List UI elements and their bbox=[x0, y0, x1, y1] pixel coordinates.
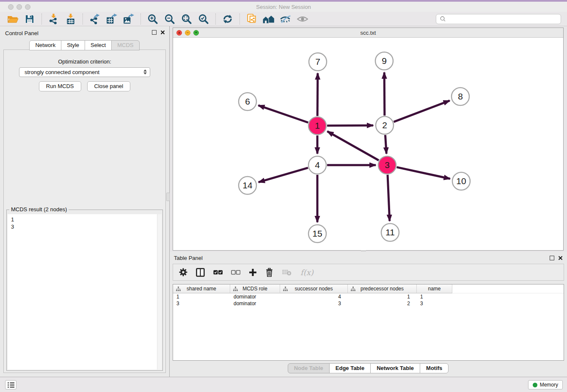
network-graph[interactable]: 7968124314101511 bbox=[173, 38, 563, 250]
tab-motifs[interactable]: Motifs bbox=[420, 363, 449, 373]
column-label: successor nodes bbox=[295, 286, 333, 292]
node-table[interactable]: shared nameMCDS rolesuccessor nodesprede… bbox=[173, 284, 564, 361]
delete-table-button[interactable] bbox=[282, 268, 292, 276]
export-image-button[interactable] bbox=[120, 13, 137, 25]
close-panel-icon[interactable] bbox=[160, 30, 165, 35]
memory-button[interactable]: Memory bbox=[528, 380, 563, 389]
select-all-button[interactable] bbox=[213, 269, 223, 275]
float-table-panel-icon[interactable] bbox=[550, 256, 554, 260]
refresh-button[interactable] bbox=[219, 13, 236, 25]
result-scrollbar[interactable] bbox=[157, 214, 162, 370]
run-mcds-button[interactable]: Run MCDS bbox=[39, 81, 81, 91]
node-label-7: 7 bbox=[315, 57, 320, 66]
node-label-1: 1 bbox=[315, 121, 320, 130]
column-header-MCDS-role[interactable]: MCDS role bbox=[230, 284, 280, 293]
tab-network-table[interactable]: Network Table bbox=[370, 363, 420, 373]
function-builder-icon: f(x) bbox=[300, 268, 314, 277]
houses-button[interactable] bbox=[260, 13, 277, 25]
close-panel-button[interactable]: Close panel bbox=[87, 81, 131, 91]
cell-successor-nodes[interactable]: 3 bbox=[280, 300, 348, 307]
houses-icon bbox=[262, 14, 275, 24]
function-builder-button[interactable]: f(x) bbox=[300, 268, 314, 277]
zoom-selected-button[interactable] bbox=[195, 13, 212, 25]
edge-2-8[interactable] bbox=[394, 101, 450, 122]
zoom-fit-icon bbox=[181, 14, 192, 25]
edge-2-9[interactable] bbox=[384, 72, 385, 116]
table-row[interactable]: 3dominator323 bbox=[173, 300, 564, 307]
edge-3-10[interactable] bbox=[396, 167, 450, 179]
tab-mcds[interactable]: MCDS bbox=[111, 40, 139, 50]
column-header-name[interactable]: name bbox=[417, 284, 452, 293]
network-document-icon bbox=[246, 14, 257, 25]
float-panel-icon[interactable] bbox=[152, 30, 157, 35]
optimization-criterion-select[interactable]: strongly connected component bbox=[19, 67, 150, 77]
import-table-button[interactable] bbox=[62, 13, 79, 25]
search-input[interactable] bbox=[449, 16, 557, 22]
mcds-result-box[interactable]: 1 3 bbox=[8, 214, 162, 370]
table-toolbar: f(x) bbox=[173, 264, 564, 281]
panel-splitter-handle[interactable] bbox=[166, 193, 170, 201]
node-label-4: 4 bbox=[315, 160, 320, 170]
node-label-9: 9 bbox=[382, 56, 387, 66]
cell-successor-nodes[interactable]: 4 bbox=[280, 293, 348, 300]
cell-predecessor-nodes[interactable]: 2 bbox=[348, 300, 417, 307]
table-row[interactable]: 1dominator411 bbox=[173, 293, 564, 300]
eye-button[interactable] bbox=[294, 13, 311, 25]
close-table-panel-icon[interactable] bbox=[558, 256, 563, 260]
cell-shared-name[interactable]: 3 bbox=[173, 300, 230, 307]
open-session-button[interactable] bbox=[4, 13, 21, 25]
memory-label: Memory bbox=[540, 382, 558, 388]
column-header-predecessor-nodes[interactable]: predecessor nodes bbox=[348, 284, 417, 293]
task-history-button[interactable] bbox=[5, 380, 17, 389]
edge-3-1[interactable] bbox=[328, 131, 379, 160]
edge-3-11[interactable] bbox=[388, 175, 390, 221]
import-network-button[interactable] bbox=[45, 13, 62, 25]
titlebar: Session: New Session bbox=[0, 2, 567, 12]
network-resize-handle[interactable] bbox=[361, 250, 366, 251]
toolbar-separator bbox=[83, 14, 83, 25]
show-columns-button[interactable] bbox=[196, 268, 205, 277]
mcds-result-text: 1 3 bbox=[11, 216, 14, 230]
edge-4-14[interactable] bbox=[259, 168, 308, 182]
create-column-button[interactable] bbox=[249, 268, 257, 276]
edge-2-3[interactable] bbox=[385, 135, 386, 154]
edge-1-6[interactable] bbox=[259, 105, 308, 123]
zoom-in-button[interactable] bbox=[144, 13, 161, 25]
edge-1-2[interactable] bbox=[327, 125, 373, 126]
tab-edge-table[interactable]: Edge Table bbox=[329, 363, 371, 373]
select-all-icon bbox=[213, 269, 223, 275]
network-document-button[interactable] bbox=[243, 13, 260, 25]
node-label-3: 3 bbox=[385, 160, 390, 170]
network-window-titlebar[interactable]: x − + scc.txt bbox=[173, 28, 563, 38]
search-box[interactable] bbox=[436, 14, 561, 24]
export-network-button[interactable] bbox=[86, 13, 103, 25]
column-label: shared name bbox=[187, 286, 216, 292]
deselect-all-button[interactable] bbox=[231, 269, 240, 275]
tab-network[interactable]: Network bbox=[29, 40, 61, 50]
tab-select[interactable]: Select bbox=[85, 40, 112, 50]
zoom-fit-button[interactable] bbox=[178, 13, 195, 25]
cell-shared-name[interactable]: 1 bbox=[173, 293, 230, 300]
zoom-out-button[interactable] bbox=[161, 13, 178, 25]
tab-node-table[interactable]: Node Table bbox=[288, 363, 330, 373]
cell-name[interactable]: 3 bbox=[417, 300, 452, 307]
tab-style[interactable]: Style bbox=[61, 40, 85, 50]
edge-1-7[interactable] bbox=[317, 73, 318, 116]
cell-predecessor-nodes[interactable]: 1 bbox=[348, 293, 417, 300]
node-label-11: 11 bbox=[385, 227, 395, 237]
table-settings-button[interactable] bbox=[179, 268, 187, 276]
application-window: Session: New Session bbox=[0, 0, 567, 392]
save-session-button[interactable] bbox=[21, 13, 38, 25]
cell-MCDS-role[interactable]: dominator bbox=[230, 300, 280, 307]
cell-name[interactable]: 1 bbox=[417, 293, 452, 300]
cell-MCDS-role[interactable]: dominator bbox=[230, 293, 280, 300]
save-icon bbox=[25, 14, 35, 24]
column-header-successor-nodes[interactable]: successor nodes bbox=[280, 284, 348, 293]
delete-column-button[interactable] bbox=[265, 268, 273, 277]
toolbar-separator bbox=[239, 14, 240, 25]
hide-eye-button[interactable] bbox=[277, 13, 294, 25]
node-label-8: 8 bbox=[458, 91, 463, 101]
column-header-shared-name[interactable]: shared name bbox=[173, 284, 230, 293]
control-panel: Control Panel NetworkStyleSelectMCDS Opt… bbox=[0, 26, 170, 377]
export-table-button[interactable] bbox=[103, 13, 120, 25]
